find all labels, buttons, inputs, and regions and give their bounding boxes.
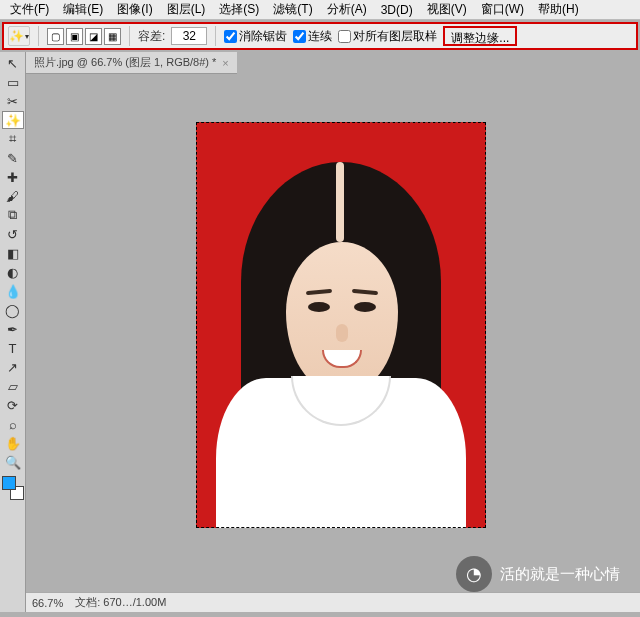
eyebrow-right bbox=[352, 289, 378, 295]
3d-tool-icon[interactable]: ⟳ bbox=[2, 396, 24, 414]
eye-right bbox=[354, 302, 376, 312]
contiguous-checkbox[interactable]: 连续 bbox=[293, 28, 332, 45]
selection-intersect-icon[interactable]: ▦ bbox=[104, 28, 121, 45]
wechat-icon: ◔ bbox=[456, 556, 492, 592]
antialias-checkbox-input[interactable] bbox=[224, 30, 237, 43]
options-bar: ✨▾ ▢ ▣ ◪ ▦ 容差: 消除锯齿 连续 对所有图层取样 调整边缘... bbox=[2, 22, 638, 50]
dodge-tool-icon[interactable]: ◯ bbox=[2, 301, 24, 319]
gradient-tool-icon[interactable]: ◐ bbox=[2, 263, 24, 281]
close-icon[interactable]: × bbox=[222, 57, 228, 69]
document-tab-title: 照片.jpg @ 66.7% (图层 1, RGB/8#) * bbox=[34, 55, 216, 70]
document-tab[interactable]: 照片.jpg @ 66.7% (图层 1, RGB/8#) * × bbox=[26, 52, 237, 74]
hand-tool-icon[interactable]: ✋ bbox=[2, 434, 24, 452]
menu-filter[interactable]: 滤镜(T) bbox=[267, 0, 318, 20]
healing-brush-tool-icon[interactable]: ✚ bbox=[2, 168, 24, 186]
blur-tool-icon[interactable]: 💧 bbox=[2, 282, 24, 300]
contiguous-label: 连续 bbox=[308, 28, 332, 45]
magic-wand-tool-preset[interactable]: ✨▾ bbox=[8, 26, 30, 46]
color-swatches[interactable] bbox=[2, 476, 24, 500]
path-selection-tool-icon[interactable]: ↗ bbox=[2, 358, 24, 376]
menu-bar: 文件(F) 编辑(E) 图像(I) 图层(L) 选择(S) 滤镜(T) 分析(A… bbox=[0, 0, 640, 20]
magic-wand-icon: ✨ bbox=[9, 29, 24, 43]
contiguous-checkbox-input[interactable] bbox=[293, 30, 306, 43]
portrait-image bbox=[196, 122, 486, 528]
selection-add-icon[interactable]: ▣ bbox=[66, 28, 83, 45]
eraser-tool-icon[interactable]: ◧ bbox=[2, 244, 24, 262]
menu-file[interactable]: 文件(F) bbox=[4, 0, 55, 20]
hair-part bbox=[336, 162, 344, 242]
refine-edge-button[interactable]: 调整边缘... bbox=[443, 26, 517, 46]
sample-all-layers-checkbox[interactable]: 对所有图层取样 bbox=[338, 28, 437, 45]
antialias-checkbox[interactable]: 消除锯齿 bbox=[224, 28, 287, 45]
separator bbox=[129, 26, 130, 46]
face-shape bbox=[286, 242, 398, 392]
nose bbox=[336, 324, 348, 342]
shirt-shape bbox=[216, 378, 466, 528]
workspace: ↖ ▭ ✂ ✨ ⌗ ✎ ✚ 🖌 ⧉ ↺ ◧ ◐ 💧 ◯ ✒ T ↗ ▱ ⟳ ⌕ … bbox=[0, 52, 640, 612]
eyedropper-tool-icon[interactable]: ✎ bbox=[2, 149, 24, 167]
canvas[interactable] bbox=[196, 122, 486, 528]
sample-all-layers-checkbox-input[interactable] bbox=[338, 30, 351, 43]
stamp-tool-icon[interactable]: ⧉ bbox=[2, 206, 24, 224]
menu-select[interactable]: 选择(S) bbox=[213, 0, 265, 20]
watermark: ◔ 活的就是一种心情 bbox=[456, 556, 620, 592]
status-doc-info: 文档: 670…/1.00M bbox=[75, 595, 166, 610]
mouth bbox=[322, 350, 362, 368]
marquee-tool-icon[interactable]: ▭ bbox=[2, 73, 24, 91]
toolbox: ↖ ▭ ✂ ✨ ⌗ ✎ ✚ 🖌 ⧉ ↺ ◧ ◐ 💧 ◯ ✒ T ↗ ▱ ⟳ ⌕ … bbox=[0, 52, 26, 612]
menu-image[interactable]: 图像(I) bbox=[111, 0, 158, 20]
pen-tool-icon[interactable]: ✒ bbox=[2, 320, 24, 338]
tolerance-label: 容差: bbox=[138, 28, 165, 45]
history-brush-tool-icon[interactable]: ↺ bbox=[2, 225, 24, 243]
zoom-tool-icon[interactable]: 🔍 bbox=[2, 453, 24, 471]
crop-tool-icon[interactable]: ⌗ bbox=[2, 130, 24, 148]
menu-layer[interactable]: 图层(L) bbox=[161, 0, 212, 20]
separator bbox=[215, 26, 216, 46]
selection-mode-group: ▢ ▣ ◪ ▦ bbox=[47, 28, 121, 45]
brush-tool-icon[interactable]: 🖌 bbox=[2, 187, 24, 205]
menu-help[interactable]: 帮助(H) bbox=[532, 0, 585, 20]
move-tool-icon[interactable]: ↖ bbox=[2, 54, 24, 72]
selection-new-icon[interactable]: ▢ bbox=[47, 28, 64, 45]
eye-left bbox=[308, 302, 330, 312]
eyebrow-left bbox=[306, 289, 332, 295]
watermark-text: 活的就是一种心情 bbox=[500, 565, 620, 584]
tolerance-input[interactable] bbox=[171, 27, 207, 45]
menu-edit[interactable]: 编辑(E) bbox=[57, 0, 109, 20]
selection-subtract-icon[interactable]: ◪ bbox=[85, 28, 102, 45]
shape-tool-icon[interactable]: ▱ bbox=[2, 377, 24, 395]
status-bar: 66.7% 文档: 670…/1.00M bbox=[26, 592, 640, 612]
sample-all-layers-label: 对所有图层取样 bbox=[353, 28, 437, 45]
menu-view[interactable]: 视图(V) bbox=[421, 0, 473, 20]
antialias-label: 消除锯齿 bbox=[239, 28, 287, 45]
type-tool-icon[interactable]: T bbox=[2, 339, 24, 357]
magic-wand-tool-icon[interactable]: ✨ bbox=[2, 111, 24, 129]
foreground-color-swatch[interactable] bbox=[2, 476, 16, 490]
menu-analyze[interactable]: 分析(A) bbox=[321, 0, 373, 20]
separator bbox=[38, 26, 39, 46]
lasso-tool-icon[interactable]: ✂ bbox=[2, 92, 24, 110]
menu-3d[interactable]: 3D(D) bbox=[375, 1, 419, 19]
dropdown-icon: ▾ bbox=[25, 32, 29, 41]
camera-tool-icon[interactable]: ⌕ bbox=[2, 415, 24, 433]
collar bbox=[291, 376, 391, 426]
canvas-area: 照片.jpg @ 66.7% (图层 1, RGB/8#) * × bbox=[26, 52, 640, 612]
menu-window[interactable]: 窗口(W) bbox=[475, 0, 530, 20]
status-zoom[interactable]: 66.7% bbox=[32, 597, 63, 609]
